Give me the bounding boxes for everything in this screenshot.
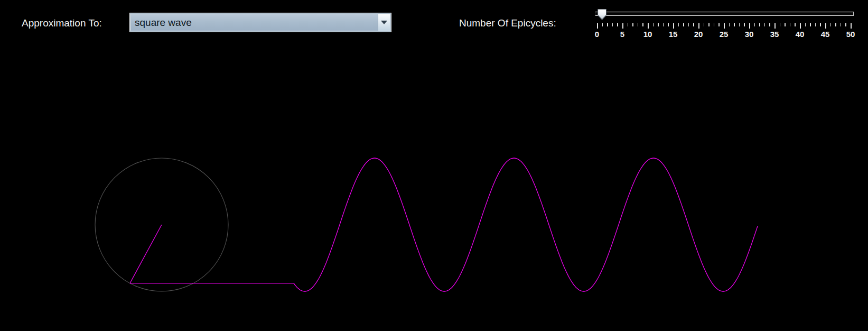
wave-trace [130, 158, 758, 291]
epicycle-canvas [0, 0, 868, 331]
epicycles-app: Approximation To: square wave Number Of … [0, 0, 868, 331]
epicycle-radius-line [130, 225, 162, 283]
